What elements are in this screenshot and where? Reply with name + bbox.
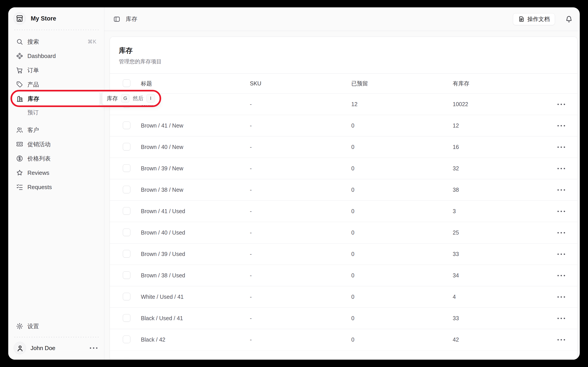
- divider: [14, 337, 99, 337]
- sidebar-item-orders[interactable]: 订单: [12, 63, 100, 77]
- store-switcher[interactable]: My Store: [8, 7, 104, 30]
- sidebar-item-label: 库存: [28, 95, 39, 103]
- select-all-checkbox[interactable]: [123, 79, 131, 87]
- column-header-title: 标题: [141, 80, 250, 87]
- row-actions-button[interactable]: [556, 211, 566, 212]
- sidebar-item-reservations[interactable]: 预订: [12, 106, 100, 119]
- table-row: Brown / 39 / Used - 0 33: [110, 243, 577, 265]
- row-checkbox[interactable]: [123, 143, 131, 150]
- table-body: White - 12 10022 Brown / 41 / New - 0 12: [110, 94, 577, 350]
- sidebar-item-promotions[interactable]: 促销活动: [12, 137, 100, 151]
- row-title: Brown / 39 / New: [141, 165, 250, 172]
- page-subtitle: 管理您的库存项目: [119, 58, 577, 65]
- sidebar-item-products[interactable]: 产品: [12, 77, 100, 92]
- sidebar-item-label: 客户: [27, 126, 39, 134]
- row-title: Brown / 40 / New: [141, 144, 250, 150]
- row-stock: 25: [453, 229, 545, 236]
- row-checkbox[interactable]: [123, 271, 131, 279]
- sidebar-item-search[interactable]: 搜索 ⌘K: [12, 34, 100, 49]
- row-sku: -: [250, 272, 351, 279]
- row-reserved: 0: [351, 315, 453, 322]
- row-actions-button[interactable]: [556, 125, 566, 126]
- row-checkbox[interactable]: [123, 358, 131, 360]
- row-title: Brown / 39 / Used: [141, 251, 250, 257]
- row-reserved: 0: [351, 208, 453, 215]
- requests-checklist-icon: [16, 183, 23, 191]
- row-checkbox[interactable]: [123, 229, 131, 236]
- sidebar-item-label: Requests: [27, 184, 52, 191]
- user-actions-button[interactable]: [89, 347, 98, 349]
- row-checkbox[interactable]: [123, 186, 131, 193]
- row-sku: -: [250, 251, 351, 257]
- row-stock: 32: [453, 165, 545, 172]
- row-checkbox[interactable]: [123, 293, 131, 300]
- row-sku: -: [250, 144, 351, 150]
- row-checkbox[interactable]: [123, 314, 131, 322]
- row-actions-button[interactable]: [556, 104, 566, 105]
- promotions-ticket-icon: [16, 141, 23, 148]
- row-actions-button[interactable]: [556, 232, 566, 234]
- docs-button[interactable]: 操作文档: [513, 13, 555, 25]
- row-checkbox[interactable]: [123, 335, 131, 343]
- row-sku: -: [250, 208, 351, 215]
- column-header-stock: 有库存: [453, 80, 545, 87]
- row-actions-button[interactable]: [556, 318, 566, 319]
- row-reserved: 0: [351, 251, 453, 257]
- sidebar-item-label: 产品: [27, 81, 39, 89]
- row-actions-button[interactable]: [556, 147, 566, 148]
- bell-icon[interactable]: [565, 15, 573, 23]
- sidebar-item-settings[interactable]: 设置: [12, 319, 100, 333]
- sidebar-item-customers[interactable]: 客户: [12, 123, 100, 137]
- row-actions-button[interactable]: [556, 296, 566, 298]
- table-row: Brown / 39 / New - 0 32: [110, 158, 577, 179]
- row-reserved: 0: [351, 122, 453, 129]
- user-avatar-icon: [16, 344, 24, 352]
- column-header-sku: SKU: [250, 80, 351, 87]
- sidebar-item-dashboard[interactable]: Dashboard: [12, 49, 100, 63]
- row-actions-button[interactable]: [556, 275, 566, 276]
- sidebar-item-label: 价格列表: [27, 155, 51, 163]
- row-actions-button[interactable]: [556, 253, 566, 255]
- table-row: Brown / 38 / New - 0 38: [110, 179, 577, 201]
- user-menu[interactable]: John Doe: [12, 341, 100, 354]
- row-stock: 33: [453, 315, 545, 322]
- sidebar-footer: 设置 John Doe: [8, 319, 104, 360]
- sidebar-item-requests[interactable]: Requests: [12, 180, 100, 194]
- row-checkbox[interactable]: [123, 164, 131, 172]
- page-title: 库存: [119, 47, 577, 55]
- row-stock: 3: [453, 208, 545, 215]
- table-row-partial: [110, 350, 577, 360]
- table-row: Brown / 41 / New - 0 12: [110, 115, 577, 136]
- row-actions-button[interactable]: [556, 339, 566, 341]
- dashboard-icon: [16, 52, 23, 60]
- sidebar-item-price-lists[interactable]: 价格列表: [12, 151, 100, 166]
- row-stock: 4: [453, 294, 545, 300]
- row-checkbox[interactable]: [123, 207, 131, 215]
- sidebar-toggle-icon[interactable]: [113, 16, 120, 23]
- keyboard-key-i: I: [147, 94, 155, 103]
- row-checkbox[interactable]: [123, 122, 131, 129]
- app-window: My Store 搜索 ⌘K Dashboard 订单 产品: [8, 7, 580, 360]
- settings-gear-icon: [16, 322, 23, 330]
- inventory-card: 库存 管理您的库存项目 标题 SKU 已预留 有库存 White - 12: [110, 37, 578, 360]
- row-reserved: 12: [351, 101, 453, 108]
- row-stock: 42: [453, 336, 545, 343]
- row-stock: 10022: [453, 101, 545, 108]
- row-checkbox[interactable]: [123, 250, 131, 258]
- sidebar-item-label: 订单: [27, 67, 39, 74]
- row-title: Black / Used / 41: [141, 315, 250, 322]
- table-row: Black / 42 - 0 42: [110, 329, 577, 350]
- row-reserved: 0: [351, 187, 453, 193]
- table-row: Brown / 40 / Used - 0 25: [110, 222, 577, 243]
- search-shortcut: ⌘K: [88, 39, 97, 45]
- row-reserved: 0: [351, 165, 453, 172]
- sidebar-item-reviews[interactable]: Reviews: [12, 166, 100, 180]
- sidebar-item-label: Reviews: [27, 169, 49, 176]
- orders-cart-icon: [16, 67, 23, 74]
- sidebar-item-inventory[interactable]: 库存: [12, 92, 100, 106]
- row-reserved: 0: [351, 272, 453, 279]
- sidebar-item-label: 促销活动: [27, 141, 51, 148]
- row-actions-button[interactable]: [556, 189, 566, 191]
- row-reserved: 0: [351, 336, 453, 343]
- row-actions-button[interactable]: [556, 168, 566, 169]
